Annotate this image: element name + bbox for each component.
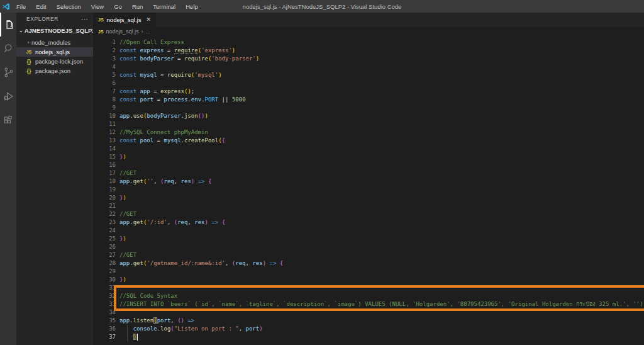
tree-item-node-modules[interactable]: ›node_modules	[16, 38, 93, 47]
code-line[interactable]: 14	[93, 145, 644, 153]
line-number[interactable]: 5	[93, 71, 116, 79]
code-line[interactable]: 25})	[93, 235, 644, 243]
menu-go[interactable]: Go	[109, 3, 127, 10]
line-number[interactable]: 20	[93, 194, 116, 202]
line-number[interactable]: 34	[93, 308, 116, 317]
line-number[interactable]: 26	[93, 243, 116, 251]
line-content: //Open Call Express	[119, 38, 184, 47]
code-line[interactable]: 8const port = process.env.PORT || 5000	[93, 96, 644, 104]
code-line[interactable]: 19	[93, 186, 644, 194]
line-number[interactable]: 14	[93, 145, 116, 153]
search-icon[interactable]	[0, 37, 16, 60]
extensions-icon[interactable]	[0, 108, 16, 132]
code-line[interactable]: 23app.get('/:id', (req, res) => {	[93, 218, 644, 227]
line-number[interactable]: 37	[93, 333, 116, 341]
line-number[interactable]: 22	[93, 210, 116, 218]
line-number[interactable]: 8	[93, 96, 116, 104]
line-number[interactable]: 21	[93, 202, 116, 210]
line-number[interactable]: 27	[93, 251, 116, 259]
menu-terminal[interactable]: Terminal	[148, 3, 180, 10]
run-debug-icon[interactable]	[0, 84, 16, 108]
code-line[interactable]: 33//INSERT INTO `beers` (`id`, `name`, `…	[93, 300, 644, 308]
close-tab-icon[interactable]: ✕	[146, 16, 151, 23]
line-number[interactable]: 3	[93, 55, 116, 63]
code-line[interactable]: 32//SQL Code Syntax	[93, 292, 644, 300]
line-number[interactable]: 32	[93, 292, 116, 300]
code-line[interactable]: 34	[93, 308, 644, 317]
code-line[interactable]: 30})	[93, 276, 644, 284]
line-number[interactable]: 1	[93, 38, 116, 47]
menu-view[interactable]: View	[86, 3, 109, 10]
code-token: bodyParser	[147, 113, 180, 119]
code-line[interactable]: 37 )	[93, 333, 644, 341]
code-line[interactable]: 24	[93, 227, 644, 235]
menu-selection[interactable]: Selection	[52, 3, 86, 10]
menu-help[interactable]: Help	[180, 3, 203, 10]
line-number[interactable]: 28	[93, 259, 116, 268]
explorer-more-actions-icon[interactable]: ⋯	[81, 15, 88, 23]
code-line[interactable]: 21	[93, 202, 644, 210]
code-line[interactable]: 27//GET	[93, 251, 644, 259]
tree-item-nodejs-sql-js[interactable]: JSnodejs_sql.js	[16, 47, 93, 57]
code-line[interactable]: 31	[93, 284, 644, 292]
line-number[interactable]: 17	[93, 169, 116, 178]
line-number[interactable]: 23	[93, 218, 116, 227]
line-number[interactable]: 18	[93, 178, 116, 186]
code-editor[interactable]: 1//Open Call Express2const express = req…	[93, 37, 644, 345]
line-number[interactable]: 6	[93, 79, 116, 88]
code-line[interactable]: 11	[93, 120, 644, 128]
code-line[interactable]: 1//Open Call Express	[93, 38, 644, 47]
line-number[interactable]: 31	[93, 284, 116, 292]
code-line[interactable]: 18app.get('', (req, res) => {	[93, 178, 644, 186]
code-line[interactable]: 22//GET	[93, 210, 644, 218]
line-number[interactable]: 7	[93, 88, 116, 96]
code-line[interactable]: 17//GET	[93, 169, 644, 178]
line-number[interactable]: 29	[93, 268, 116, 276]
tree-item-package-lock-json[interactable]: {}package-lock.json	[16, 57, 93, 66]
code-line[interactable]: 2const express = require('express')	[93, 47, 644, 55]
code-line[interactable]: 4	[93, 63, 644, 71]
line-number[interactable]: 13	[93, 137, 116, 145]
line-number[interactable]: 33	[93, 300, 116, 308]
line-number[interactable]: 15	[93, 153, 116, 161]
code-line[interactable]: 16	[93, 161, 644, 169]
line-number[interactable]: 9	[93, 104, 116, 112]
code-line[interactable]: 7const app = express();	[93, 88, 644, 96]
code-line[interactable]: 10app.use(bodyParser.json())	[93, 112, 644, 120]
line-number[interactable]: 16	[93, 161, 116, 169]
menu-file[interactable]: File	[11, 3, 31, 10]
breadcrumb-file[interactable]: nodejs_sql.js	[106, 28, 139, 35]
line-number[interactable]: 25	[93, 235, 116, 243]
line-number[interactable]: 11	[93, 120, 116, 128]
line-number[interactable]: 2	[93, 47, 116, 55]
code-line[interactable]: 26	[93, 243, 644, 251]
code-line[interactable]: 5const mysql = require('mysql')	[93, 71, 644, 79]
explorer-icon[interactable]	[0, 13, 16, 37]
line-number[interactable]: 4	[93, 63, 116, 71]
line-number[interactable]: 24	[93, 227, 116, 235]
code-line[interactable]: 35app.listen(port, () =>	[93, 317, 644, 325]
menu-edit[interactable]: Edit	[31, 3, 51, 10]
line-number[interactable]: 30	[93, 276, 116, 284]
code-line[interactable]: 15})	[93, 153, 644, 161]
line-number[interactable]: 19	[93, 186, 116, 194]
tab-nodejs-sql-js[interactable]: JS nodejs_sql.js ✕	[93, 13, 156, 26]
menu-run[interactable]: Run	[127, 3, 148, 10]
line-number[interactable]: 36	[93, 325, 116, 333]
line-number[interactable]: 12	[93, 128, 116, 137]
code-line[interactable]: 20})	[93, 194, 644, 202]
code-line[interactable]: 9	[93, 104, 644, 112]
line-number[interactable]: 10	[93, 112, 116, 120]
code-line[interactable]: 28app.get('/getname_id/:name&:id', (req,…	[93, 259, 644, 268]
breadcrumb-symbols[interactable]: ...	[146, 28, 151, 35]
explorer-root-folder[interactable]: ⌄ AJNESTNODEJS_SQLP2	[16, 25, 93, 35]
code-line[interactable]: 3const bodyParser = require('body-parser…	[93, 55, 644, 63]
code-line[interactable]: 12//MySQL Connect phpMyAdmin	[93, 128, 644, 137]
line-number[interactable]: 35	[93, 317, 116, 325]
code-line[interactable]: 13const pool = mysql.createPool({	[93, 137, 644, 145]
code-line[interactable]: 36 console.log("Listen on port : ", port…	[93, 325, 644, 333]
code-line[interactable]: 29	[93, 268, 644, 276]
tree-item-package-json[interactable]: {}package.json	[16, 66, 93, 76]
code-line[interactable]: 6	[93, 79, 644, 88]
source-control-icon[interactable]	[0, 60, 16, 84]
